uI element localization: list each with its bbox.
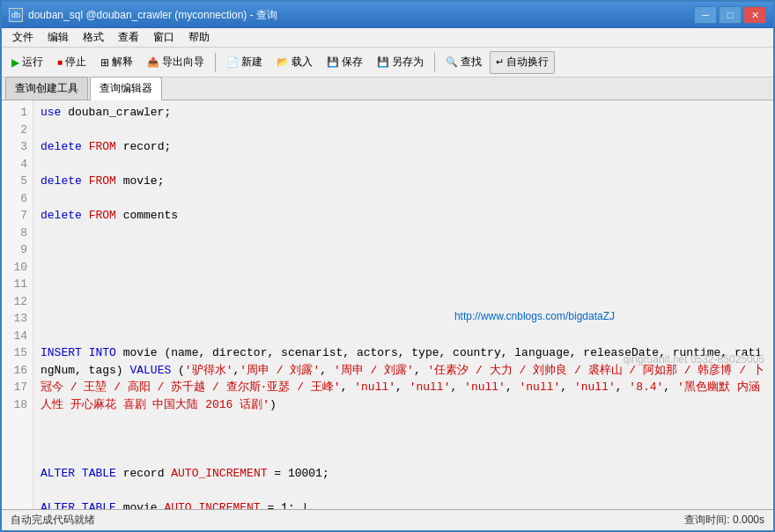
save-icon: 💾 — [327, 56, 339, 68]
line-number: 15 — [7, 344, 27, 362]
tab-query-builder[interactable]: 查询创建工具 — [5, 77, 88, 100]
explain-button[interactable]: ⊞ 解释 — [94, 51, 139, 74]
line-number: 2 — [7, 122, 27, 139]
query-time: 查询时间: 0.000s — [684, 513, 764, 528]
menu-view[interactable]: 查看 — [111, 28, 146, 47]
line-number: 13 — [7, 310, 27, 328]
line-number: 17 — [7, 379, 27, 396]
content-area: 123456789101112131415161718 use douban_c… — [2, 100, 773, 509]
line-number: 10 — [7, 259, 27, 277]
close-button[interactable]: ✕ — [743, 6, 766, 24]
line-number: 7 — [7, 207, 27, 225]
load-label: 载入 — [292, 55, 313, 70]
load-button[interactable]: 📂 载入 — [270, 51, 319, 74]
tab-query-editor[interactable]: 查询编辑器 — [90, 77, 162, 100]
saveas-button[interactable]: 💾 另存为 — [371, 51, 430, 74]
explain-icon: ⊞ — [100, 56, 109, 69]
app-icon: db — [9, 8, 23, 22]
stop-icon: ■ — [57, 57, 63, 67]
autowrap-icon: ↵ — [496, 56, 504, 68]
menu-help[interactable]: 帮助 — [181, 28, 217, 47]
run-icon: ▶ — [11, 56, 19, 69]
find-label: 查找 — [461, 55, 482, 70]
minimize-button[interactable]: ─ — [694, 6, 717, 24]
line-number: 18 — [7, 396, 27, 414]
status-bar: 自动完成代码就绪 查询时间: 0.000s — [2, 509, 773, 530]
saveas-label: 另存为 — [392, 55, 424, 70]
line-number: 16 — [7, 362, 27, 380]
new-label: 新建 — [241, 55, 262, 70]
autowrap-label: 自动换行 — [506, 55, 549, 70]
menu-edit[interactable]: 编辑 — [41, 28, 76, 47]
line-number: 11 — [7, 276, 27, 293]
toolbar: ▶ 运行 ■ 停止 ⊞ 解释 📤 导出向导 📄 新建 📂 载入 💾 保存 — [2, 48, 773, 78]
line-number: 6 — [7, 190, 27, 208]
menu-file[interactable]: 文件 — [5, 28, 41, 47]
stop-label: 停止 — [65, 55, 86, 70]
code-editor[interactable]: use douban_crawler; delete FROM record; … — [33, 100, 773, 509]
line-number: 5 — [7, 173, 27, 190]
line-number: 9 — [7, 241, 27, 259]
explain-label: 解释 — [112, 55, 133, 70]
line-number: 1 — [7, 104, 27, 122]
saveas-icon: 💾 — [377, 56, 389, 68]
export-label: 导出向导 — [162, 55, 204, 70]
line-number: 14 — [7, 328, 27, 345]
menu-bar: 文件 编辑 格式 查看 窗口 帮助 — [2, 28, 773, 48]
autocomplete-status: 自动完成代码就绪 — [11, 513, 95, 528]
stop-button[interactable]: ■ 停止 — [51, 51, 92, 74]
line-numbers: 123456789101112131415161718 — [2, 100, 33, 509]
run-button[interactable]: ▶ 运行 — [5, 51, 49, 74]
load-icon: 📂 — [277, 56, 289, 68]
line-number: 3 — [7, 138, 27, 156]
window-title: douban_sql @douban_crawler (myconnection… — [28, 8, 694, 23]
toolbar-separator-2 — [434, 53, 435, 72]
run-label: 运行 — [22, 55, 43, 70]
line-number: 4 — [7, 156, 27, 174]
new-icon: 📄 — [226, 56, 239, 68]
menu-format[interactable]: 格式 — [76, 28, 111, 47]
main-window: db douban_sql @douban_crawler (myconnect… — [0, 0, 775, 532]
save-label: 保存 — [342, 55, 363, 70]
toolbar-separator-1 — [215, 53, 216, 72]
find-icon: 🔍 — [446, 56, 458, 68]
title-bar: db douban_sql @douban_crawler (myconnect… — [2, 2, 773, 28]
autowrap-button[interactable]: ↵ 自动换行 — [490, 51, 555, 74]
window-controls: ─ □ ✕ — [694, 6, 766, 24]
save-button[interactable]: 💾 保存 — [321, 51, 369, 74]
find-button[interactable]: 🔍 查找 — [439, 51, 488, 74]
menu-window[interactable]: 窗口 — [146, 28, 181, 47]
tab-bar: 查询创建工具 查询编辑器 — [2, 78, 773, 100]
export-icon: 📤 — [147, 56, 159, 68]
new-button[interactable]: 📄 新建 — [220, 51, 269, 74]
export-button[interactable]: 📤 导出向导 — [141, 51, 210, 74]
line-number: 12 — [7, 293, 27, 311]
line-number: 8 — [7, 225, 27, 242]
maximize-button[interactable]: □ — [719, 6, 742, 24]
